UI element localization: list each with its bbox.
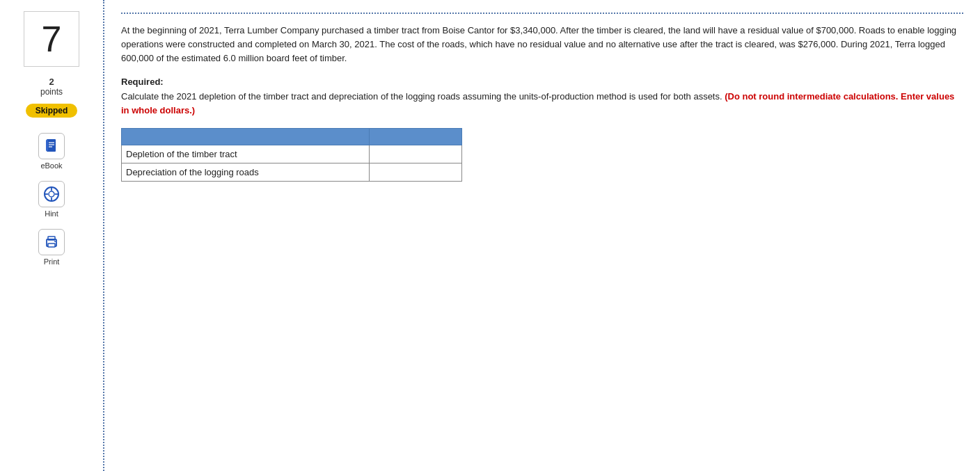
depreciation-label: Depreciation of the logging roads	[122, 163, 370, 182]
svg-rect-12	[48, 237, 55, 240]
ebook-button[interactable]: eBook	[38, 133, 65, 170]
depletion-input[interactable]	[370, 145, 461, 163]
question-number-box: 7	[24, 11, 79, 67]
hint-icon-circle	[38, 181, 65, 207]
main-content: At the beginning of 2021, Terra Lumber C…	[103, 0, 980, 471]
print-icon-circle	[38, 229, 65, 255]
main-content-inner: At the beginning of 2021, Terra Lumber C…	[121, 13, 963, 182]
svg-rect-13	[48, 244, 55, 247]
depreciation-input[interactable]	[370, 163, 461, 181]
table-header-row	[122, 129, 462, 145]
ebook-label: eBook	[40, 161, 62, 170]
question-number: 7	[42, 18, 62, 60]
book-icon	[45, 138, 58, 154]
svg-point-6	[49, 191, 54, 197]
points-value: 2	[49, 77, 54, 87]
hint-button[interactable]: Hint	[38, 181, 65, 218]
instruction-main: Calculate the 2021 depletion of the timb…	[121, 91, 722, 102]
table-row-depletion: Depletion of the timber tract	[122, 145, 462, 163]
instruction-text: Calculate the 2021 depletion of the timb…	[121, 90, 963, 117]
table-row-depreciation: Depreciation of the logging roads	[122, 163, 462, 182]
header-cell-label	[122, 129, 370, 145]
svg-point-14	[54, 241, 56, 242]
depletion-input-cell[interactable]	[369, 145, 461, 163]
depletion-label: Depletion of the timber tract	[122, 145, 370, 163]
ebook-icon-circle	[38, 133, 65, 159]
required-label: Required:	[121, 77, 963, 87]
sidebar: 7 2 points Skipped eBook	[0, 0, 103, 471]
print-label: Print	[44, 257, 60, 266]
depreciation-input-cell[interactable]	[369, 163, 461, 182]
svg-rect-1	[46, 140, 48, 151]
skipped-badge: Skipped	[26, 104, 78, 118]
print-icon	[44, 234, 59, 250]
header-cell-value	[369, 129, 461, 145]
answer-table: Depletion of the timber tract Depreciati…	[121, 128, 462, 182]
hint-label: Hint	[45, 209, 58, 218]
hint-icon	[43, 186, 60, 202]
points-label: points	[40, 87, 63, 97]
print-button[interactable]: Print	[38, 229, 65, 266]
problem-text: At the beginning of 2021, Terra Lumber C…	[121, 24, 963, 65]
